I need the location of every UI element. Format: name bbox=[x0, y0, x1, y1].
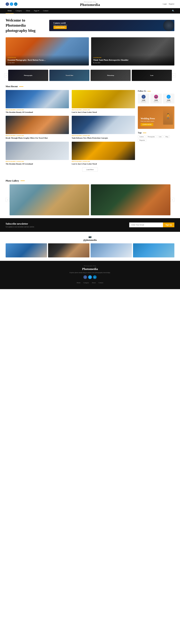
linkedin-icon[interactable]: in bbox=[14, 2, 17, 6]
banner-subtitle: Find your dream camera bbox=[53, 24, 67, 26]
post-meta: Photography | 24 May 2019 bbox=[6, 161, 69, 162]
register-link[interactable]: Register bbox=[169, 3, 174, 5]
post-title: Tank Releases New Photo Protection Conce… bbox=[72, 137, 135, 139]
newsletter-submit-button[interactable]: Sign Up bbox=[163, 222, 174, 227]
twitter-icon[interactable]: t bbox=[10, 2, 13, 6]
instagram-post-2[interactable] bbox=[48, 243, 89, 258]
follow-us-box: Follow Us f 142K followers 📷 142K follow… bbox=[138, 90, 174, 104]
follow-instagram[interactable]: 📷 142K followers bbox=[150, 94, 162, 104]
site-title: Photomedia bbox=[80, 3, 100, 7]
nav-item-home[interactable]: Home bbox=[6, 8, 14, 14]
category-list: Photography Travel Shot Photoshop Lens bbox=[8, 70, 172, 81]
tag-lens[interactable]: Lens bbox=[157, 135, 163, 138]
blog-label: Photography blog bbox=[80, 1, 100, 3]
tag-camera[interactable]: Camera bbox=[138, 135, 145, 138]
nav-item-category[interactable]: Category bbox=[14, 8, 24, 14]
category-travel[interactable]: Travel Shot bbox=[49, 70, 89, 81]
gallery-image-1[interactable] bbox=[9, 184, 89, 215]
post-title: Essential Photography: Back Button Focus… bbox=[7, 59, 87, 62]
post-card[interactable]: Photography | 24 May 2019 Break Through … bbox=[6, 116, 69, 139]
category-photoshop[interactable]: Photoshop bbox=[91, 70, 131, 81]
hero-text: Welcome to Photomedia photography blog bbox=[6, 18, 45, 33]
nav-item-contact[interactable]: Contact bbox=[41, 8, 50, 14]
post-card[interactable]: Photography | 24 May 2019 The Desolate B… bbox=[6, 142, 69, 165]
post-card[interactable]: Photography | 24 May 2019 Lost Is Just A… bbox=[72, 90, 135, 114]
twitter-icon: t bbox=[167, 95, 171, 99]
tag-blog[interactable]: Blog bbox=[164, 135, 170, 138]
follow-us-title: Follow Us bbox=[138, 90, 174, 92]
banner-decoration bbox=[163, 20, 174, 31]
social-links: f t in bbox=[6, 2, 17, 6]
hero-banner: Camera world Find your dream camera LEAR… bbox=[49, 20, 174, 31]
tag-magazine[interactable]: Magazine bbox=[138, 139, 146, 142]
most-recent-title: Most Recent bbox=[6, 85, 174, 88]
post-title: The Desolate Beauty Of Greenland bbox=[6, 111, 69, 114]
follow-facebook[interactable]: f 142K followers bbox=[138, 94, 149, 104]
post-meta: Photography | 24 May 2019 bbox=[72, 161, 135, 162]
most-recent-section: Most Recent Photography | 24 May 2019 Th… bbox=[0, 82, 180, 177]
footer-linkedin-icon[interactable]: in bbox=[93, 275, 97, 279]
posts-column-2: Photography | 24 May 2019 Lost Is Just A… bbox=[72, 90, 135, 165]
site-branding: Photography blog Photomedia bbox=[80, 1, 100, 7]
category-slider: ‹ Photography Travel Shot Photoshop Lens… bbox=[0, 68, 180, 82]
instagram-post-4[interactable] bbox=[133, 243, 174, 258]
footer-facebook-icon[interactable]: f bbox=[83, 275, 87, 279]
login-link[interactable]: Login bbox=[163, 3, 167, 5]
featured-post-1-overlay: Lightroom Essential Photography: Back Bu… bbox=[6, 55, 89, 66]
post-date: 12 Jun 2019 bbox=[7, 62, 87, 64]
footer-nav-contact[interactable]: Contact bbox=[98, 282, 103, 284]
category-label: Travel Shot bbox=[65, 74, 73, 76]
post-card[interactable]: Photography | 24 May 2019 The Desolate B… bbox=[6, 90, 69, 114]
newsletter-title: Subscribe newsletter bbox=[6, 222, 34, 225]
slider-next-arrow[interactable]: › bbox=[172, 73, 176, 77]
follower-label: followers bbox=[151, 101, 161, 102]
load-more-button[interactable]: Load More bbox=[82, 168, 98, 172]
nav-item-about[interactable]: About bbox=[24, 8, 32, 14]
load-more-wrap: Load More bbox=[6, 165, 174, 174]
banner-title: Camera world bbox=[53, 22, 67, 24]
search-icon[interactable]: 🔍 bbox=[172, 10, 174, 12]
ad-cta-button[interactable]: LEARN MORE bbox=[141, 123, 153, 126]
nav-links: Home Category About Pages ▾ Contact bbox=[6, 8, 50, 14]
facebook-icon: f bbox=[142, 95, 146, 99]
footer-nav-home[interactable]: Home bbox=[77, 282, 81, 284]
post-card[interactable]: Photography | 24 May 2019 Tank Releases … bbox=[72, 116, 135, 139]
post-title: Think Tank Photo Retrospective Shoulder bbox=[93, 59, 173, 62]
footer: Photography blog Photomedia Explore phot… bbox=[0, 261, 180, 289]
sidebar-ad-banner: 🧍 Wedding Press Find your desire camera … bbox=[138, 106, 174, 129]
post-date: By Jun 2019 bbox=[93, 62, 173, 64]
hero-heading: Welcome to Photomedia photography blog bbox=[6, 18, 45, 33]
footer-nav: Home Category About Contact bbox=[6, 282, 174, 284]
facebook-icon[interactable]: f bbox=[6, 2, 9, 6]
follower-count: 142K bbox=[164, 99, 174, 101]
gallery-prev-arrow[interactable]: ‹ bbox=[6, 198, 9, 202]
instagram-post-3[interactable] bbox=[91, 243, 132, 258]
tags-box: Tags Camera Photography Lens Blog Magazi… bbox=[138, 132, 174, 142]
gallery-next-arrow[interactable]: › bbox=[171, 198, 174, 202]
instagram-handle[interactable]: @photomedia bbox=[6, 239, 174, 242]
newsletter-email-input[interactable] bbox=[129, 222, 163, 227]
gallery-image-2[interactable] bbox=[91, 184, 171, 215]
footer-nav-category[interactable]: Category bbox=[83, 282, 89, 284]
gallery-title: Photo Gallery bbox=[6, 180, 174, 182]
banner-cta-button[interactable]: LEARN MORE bbox=[53, 26, 67, 29]
post-title: Lost Is Just A Four Letter Word bbox=[72, 111, 135, 114]
featured-post-1[interactable]: Lightroom Essential Photography: Back Bu… bbox=[6, 37, 89, 66]
post-card[interactable]: Photography | 24 May 2019 Lost Is Just A… bbox=[72, 142, 135, 165]
category-lens[interactable]: Lens bbox=[132, 70, 172, 81]
post-title: Lost Is Just A Four Letter Word bbox=[72, 163, 135, 165]
photo-gallery-section: Photo Gallery ‹ › bbox=[0, 177, 180, 218]
follower-label: followers bbox=[164, 101, 174, 102]
nav-item-pages[interactable]: Pages ▾ bbox=[32, 8, 41, 14]
category-photography[interactable]: Photography bbox=[8, 70, 48, 81]
featured-post-2[interactable]: Lightroom Think Tank Photo Retrospective… bbox=[91, 37, 174, 66]
footer-twitter-icon[interactable]: t bbox=[88, 275, 92, 279]
footer-blog-label: Photography blog bbox=[6, 265, 174, 266]
newsletter-section: Subscribe newsletter Get updates to our … bbox=[0, 218, 180, 232]
footer-nav-about[interactable]: About bbox=[92, 282, 96, 284]
instagram-post-1[interactable] bbox=[6, 243, 47, 258]
tag-photography[interactable]: Photography bbox=[146, 135, 156, 138]
instagram-icon: 📷 bbox=[6, 235, 174, 238]
slider-prev-arrow[interactable]: ‹ bbox=[4, 73, 8, 77]
follow-twitter[interactable]: t 142K followers bbox=[163, 94, 174, 104]
